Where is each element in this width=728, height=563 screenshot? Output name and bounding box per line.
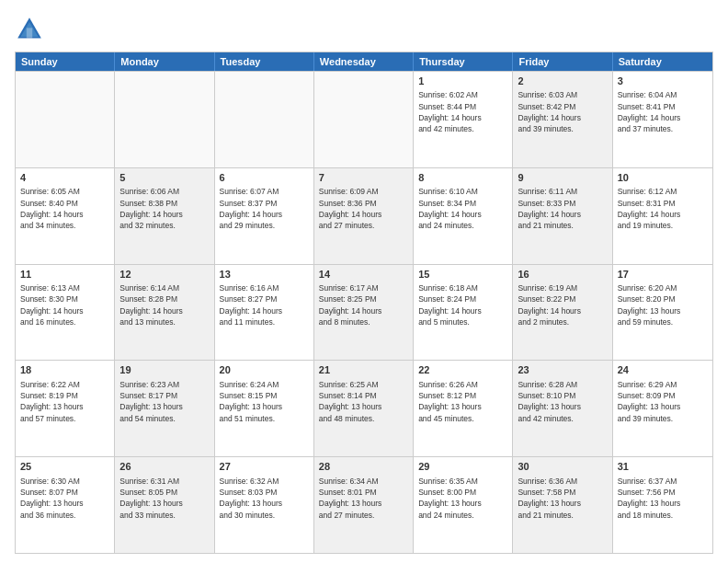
day-number: 8: [418, 171, 507, 185]
day-number: 18: [20, 363, 109, 377]
day-info: Sunrise: 6:09 AM Sunset: 8:36 PM Dayligh…: [319, 186, 408, 231]
day-number: 17: [618, 268, 708, 282]
day-info: Sunrise: 6:28 AM Sunset: 8:10 PM Dayligh…: [518, 379, 607, 424]
day-info: Sunrise: 6:32 AM Sunset: 8:03 PM Dayligh…: [220, 476, 309, 521]
day-info: Sunrise: 6:11 AM Sunset: 8:33 PM Dayligh…: [518, 186, 607, 231]
day-info: Sunrise: 6:23 AM Sunset: 8:17 PM Dayligh…: [119, 379, 209, 424]
day-info: Sunrise: 6:14 AM Sunset: 8:28 PM Dayligh…: [119, 282, 209, 327]
calendar-cell: 28Sunrise: 6:34 AM Sunset: 8:01 PM Dayli…: [314, 457, 414, 553]
calendar-cell: 25Sunrise: 6:30 AM Sunset: 8:07 PM Dayli…: [16, 457, 115, 553]
day-info: Sunrise: 6:26 AM Sunset: 8:12 PM Dayligh…: [418, 379, 507, 424]
calendar-cell: 31Sunrise: 6:37 AM Sunset: 7:56 PM Dayli…: [613, 457, 712, 553]
calendar-cell: 30Sunrise: 6:36 AM Sunset: 7:58 PM Dayli…: [513, 457, 612, 553]
day-info: Sunrise: 6:05 AM Sunset: 8:40 PM Dayligh…: [20, 186, 109, 231]
calendar-cell: 20Sunrise: 6:24 AM Sunset: 8:15 PM Dayli…: [215, 361, 314, 456]
calendar-cell: 6Sunrise: 6:07 AM Sunset: 8:37 PM Daylig…: [215, 168, 314, 264]
day-number: 22: [418, 363, 507, 377]
day-info: Sunrise: 6:07 AM Sunset: 8:37 PM Dayligh…: [220, 186, 309, 231]
calendar-cell: 23Sunrise: 6:28 AM Sunset: 8:10 PM Dayli…: [513, 361, 612, 456]
day-info: Sunrise: 6:03 AM Sunset: 8:42 PM Dayligh…: [518, 89, 607, 134]
day-number: 19: [119, 363, 209, 377]
calendar-cell: 29Sunrise: 6:35 AM Sunset: 8:00 PM Dayli…: [414, 457, 513, 553]
calendar-row: 11Sunrise: 6:13 AM Sunset: 8:30 PM Dayli…: [16, 264, 712, 361]
day-number: 1: [418, 75, 507, 88]
calendar-cell: 3Sunrise: 6:04 AM Sunset: 8:41 PM Daylig…: [613, 72, 712, 167]
calendar-cell: 24Sunrise: 6:29 AM Sunset: 8:09 PM Dayli…: [613, 361, 712, 456]
logo: [15, 15, 48, 44]
day-info: Sunrise: 6:35 AM Sunset: 8:00 PM Dayligh…: [418, 476, 507, 521]
calendar-cell: 16Sunrise: 6:19 AM Sunset: 8:22 PM Dayli…: [513, 265, 612, 361]
day-info: Sunrise: 6:31 AM Sunset: 8:05 PM Dayligh…: [119, 476, 209, 521]
calendar-cell: 26Sunrise: 6:31 AM Sunset: 8:05 PM Dayli…: [115, 457, 214, 553]
day-number: 27: [220, 460, 309, 474]
calendar-cell: [215, 72, 314, 167]
day-info: Sunrise: 6:29 AM Sunset: 8:09 PM Dayligh…: [618, 379, 708, 424]
day-number: 2: [518, 75, 607, 88]
calendar-cell: 4Sunrise: 6:05 AM Sunset: 8:40 PM Daylig…: [16, 168, 115, 264]
day-number: 5: [119, 171, 209, 185]
day-info: Sunrise: 6:37 AM Sunset: 7:56 PM Dayligh…: [618, 476, 708, 521]
calendar-header: SundayMondayTuesdayWednesdayThursdayFrid…: [16, 52, 712, 71]
calendar-cell: 13Sunrise: 6:16 AM Sunset: 8:27 PM Dayli…: [215, 265, 314, 361]
calendar-cell: 14Sunrise: 6:17 AM Sunset: 8:25 PM Dayli…: [314, 265, 414, 361]
calendar-day-header: Sunday: [16, 52, 115, 71]
day-number: 13: [220, 268, 309, 282]
calendar-cell: 18Sunrise: 6:22 AM Sunset: 8:19 PM Dayli…: [16, 361, 115, 456]
day-number: 9: [518, 171, 607, 185]
day-number: 30: [518, 460, 607, 474]
calendar: SundayMondayTuesdayWednesdayThursdayFrid…: [15, 52, 713, 554]
day-number: 16: [518, 268, 607, 282]
day-number: 4: [20, 171, 109, 185]
day-info: Sunrise: 6:02 AM Sunset: 8:44 PM Dayligh…: [418, 89, 507, 134]
day-number: 31: [618, 460, 708, 474]
calendar-cell: [115, 72, 214, 167]
day-info: Sunrise: 6:17 AM Sunset: 8:25 PM Dayligh…: [319, 282, 408, 327]
calendar-day-header: Tuesday: [215, 52, 314, 71]
calendar-day-header: Monday: [115, 52, 214, 71]
calendar-cell: 27Sunrise: 6:32 AM Sunset: 8:03 PM Dayli…: [215, 457, 314, 553]
day-info: Sunrise: 6:04 AM Sunset: 8:41 PM Dayligh…: [618, 89, 708, 134]
day-info: Sunrise: 6:22 AM Sunset: 8:19 PM Dayligh…: [20, 379, 109, 424]
day-info: Sunrise: 6:34 AM Sunset: 8:01 PM Dayligh…: [319, 476, 408, 521]
calendar-cell: 12Sunrise: 6:14 AM Sunset: 8:28 PM Dayli…: [115, 265, 214, 361]
calendar-cell: 21Sunrise: 6:25 AM Sunset: 8:14 PM Dayli…: [314, 361, 414, 456]
day-number: 23: [518, 363, 607, 377]
calendar-cell: 17Sunrise: 6:20 AM Sunset: 8:20 PM Dayli…: [613, 265, 712, 361]
calendar-cell: 10Sunrise: 6:12 AM Sunset: 8:31 PM Dayli…: [613, 168, 712, 264]
day-number: 12: [119, 268, 209, 282]
day-number: 14: [319, 268, 408, 282]
day-info: Sunrise: 6:30 AM Sunset: 8:07 PM Dayligh…: [20, 476, 109, 521]
day-info: Sunrise: 6:25 AM Sunset: 8:14 PM Dayligh…: [319, 379, 408, 424]
calendar-body: 1Sunrise: 6:02 AM Sunset: 8:44 PM Daylig…: [16, 71, 712, 553]
day-number: 21: [319, 363, 408, 377]
calendar-cell: 22Sunrise: 6:26 AM Sunset: 8:12 PM Dayli…: [414, 361, 513, 456]
day-number: 26: [119, 460, 209, 474]
calendar-day-header: Saturday: [613, 52, 712, 71]
day-info: Sunrise: 6:10 AM Sunset: 8:34 PM Dayligh…: [418, 186, 507, 231]
calendar-row: 25Sunrise: 6:30 AM Sunset: 8:07 PM Dayli…: [16, 456, 712, 553]
calendar-cell: 19Sunrise: 6:23 AM Sunset: 8:17 PM Dayli…: [115, 361, 214, 456]
calendar-cell: 5Sunrise: 6:06 AM Sunset: 8:38 PM Daylig…: [115, 168, 214, 264]
day-number: 20: [220, 363, 309, 377]
day-number: 10: [618, 171, 708, 185]
calendar-cell: 7Sunrise: 6:09 AM Sunset: 8:36 PM Daylig…: [314, 168, 414, 264]
page: SundayMondayTuesdayWednesdayThursdayFrid…: [0, 0, 728, 563]
day-info: Sunrise: 6:13 AM Sunset: 8:30 PM Dayligh…: [20, 282, 109, 327]
day-number: 6: [220, 171, 309, 185]
logo-icon: [15, 15, 44, 44]
calendar-cell: 1Sunrise: 6:02 AM Sunset: 8:44 PM Daylig…: [414, 72, 513, 167]
calendar-row: 4Sunrise: 6:05 AM Sunset: 8:40 PM Daylig…: [16, 167, 712, 264]
day-number: 15: [418, 268, 507, 282]
calendar-row: 18Sunrise: 6:22 AM Sunset: 8:19 PM Dayli…: [16, 360, 712, 456]
day-info: Sunrise: 6:19 AM Sunset: 8:22 PM Dayligh…: [518, 282, 607, 327]
calendar-cell: 11Sunrise: 6:13 AM Sunset: 8:30 PM Dayli…: [16, 265, 115, 361]
day-info: Sunrise: 6:06 AM Sunset: 8:38 PM Dayligh…: [119, 186, 209, 231]
day-info: Sunrise: 6:18 AM Sunset: 8:24 PM Dayligh…: [418, 282, 507, 327]
calendar-day-header: Friday: [513, 52, 612, 71]
day-number: 7: [319, 171, 408, 185]
calendar-day-header: Wednesday: [314, 52, 414, 71]
day-number: 24: [618, 363, 708, 377]
calendar-cell: [16, 72, 115, 167]
day-info: Sunrise: 6:12 AM Sunset: 8:31 PM Dayligh…: [618, 186, 708, 231]
day-info: Sunrise: 6:16 AM Sunset: 8:27 PM Dayligh…: [220, 282, 309, 327]
